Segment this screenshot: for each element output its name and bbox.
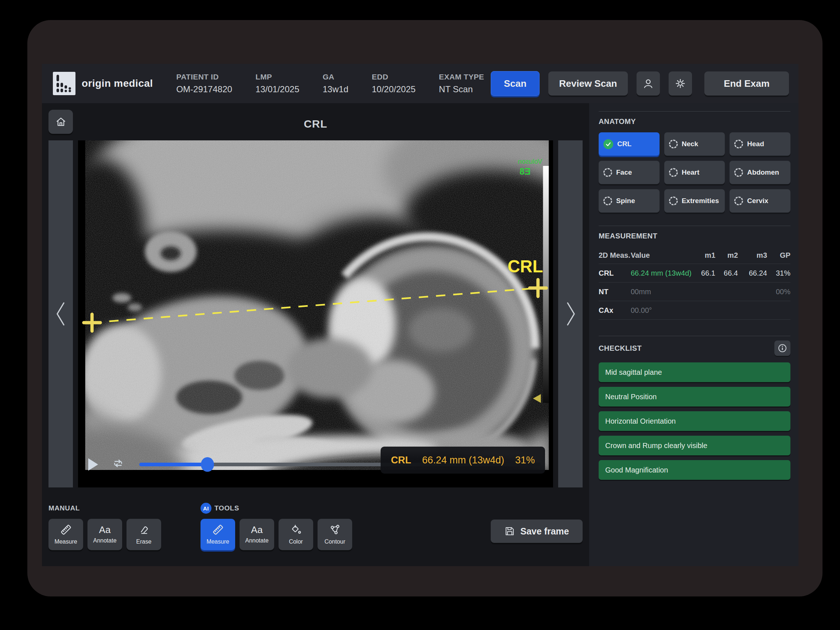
result-value: 66.24 mm (13w4d) bbox=[422, 455, 504, 466]
ai-measure-button[interactable]: Measure bbox=[201, 519, 235, 550]
manual-measure-button[interactable]: Measure bbox=[49, 519, 83, 550]
ga-label: GA bbox=[323, 73, 349, 81]
tool-label: Measure bbox=[206, 538, 229, 545]
checklist-item-horizontal-orientation[interactable]: Horizontal Orientation bbox=[598, 411, 790, 431]
crl-line-label: CRL bbox=[507, 257, 543, 276]
end-exam-button[interactable]: End Exam bbox=[704, 71, 789, 96]
anatomy-item-abdomen[interactable]: Abdomen bbox=[729, 161, 790, 184]
user-profile-button[interactable] bbox=[636, 71, 660, 96]
ultrasound-image[interactable]: Voluson E8 CRL bbox=[78, 141, 553, 488]
play-button[interactable] bbox=[88, 458, 98, 471]
ruler-icon bbox=[212, 524, 224, 535]
tool-label: Color bbox=[289, 538, 303, 545]
viewport-topbar: CRL bbox=[42, 103, 589, 141]
col-gp: GP bbox=[767, 251, 790, 260]
paint-bucket-icon bbox=[290, 524, 302, 535]
measurement-section-title: MEASUREMENT bbox=[598, 232, 790, 240]
next-frame-strip[interactable] bbox=[558, 141, 583, 488]
manual-tools-group: MANUAL Measure Aa Annotate bbox=[49, 503, 161, 550]
measurement-overlay: Voluson E8 CRL bbox=[78, 141, 553, 488]
tool-label: Measure bbox=[54, 538, 77, 545]
review-scan-button[interactable]: Review Scan bbox=[548, 71, 628, 96]
anatomy-item-crl[interactable]: CRL bbox=[598, 133, 660, 156]
settings-button[interactable] bbox=[669, 71, 692, 96]
chevron-right-icon bbox=[564, 300, 578, 327]
lmp-value: 13/01/2025 bbox=[256, 84, 299, 95]
checklist-item-crown-rump-visible[interactable]: Crown and Rump clearly visible bbox=[598, 436, 790, 455]
anatomy-item-extremities[interactable]: Extremities bbox=[664, 189, 725, 213]
loop-icon bbox=[112, 458, 125, 469]
patient-id-value: OM-29174820 bbox=[176, 84, 232, 95]
crl-caliper-markers[interactable] bbox=[84, 279, 546, 331]
anatomy-item-cervix[interactable]: Cervix bbox=[729, 189, 790, 213]
scan-button[interactable]: Scan bbox=[491, 71, 540, 96]
manual-annotate-button[interactable]: Aa Annotate bbox=[87, 519, 122, 550]
header-actions: Scan Review Scan End Exam bbox=[491, 71, 789, 96]
save-icon bbox=[504, 526, 515, 537]
lmp-field: LMP 13/01/2025 bbox=[256, 73, 299, 95]
result-label: CRL bbox=[391, 455, 411, 466]
row-name: NT bbox=[598, 287, 631, 296]
patient-id-field: PATIENT ID OM-29174820 bbox=[176, 73, 232, 95]
previous-frame-strip[interactable] bbox=[49, 141, 73, 488]
col-m1: m1 bbox=[693, 251, 715, 260]
save-frame-button[interactable]: Save frame bbox=[491, 519, 583, 543]
anatomy-label: Face bbox=[616, 169, 632, 177]
svg-text:Voluson: Voluson bbox=[518, 158, 543, 165]
checklist-item-good-magnification[interactable]: Good Magnification bbox=[598, 460, 790, 480]
ai-annotate-button[interactable]: Aa Annotate bbox=[240, 519, 274, 550]
lmp-label: LMP bbox=[256, 73, 299, 81]
tools-bar: MANUAL Measure Aa Annotate bbox=[42, 488, 589, 550]
checklist-info-button[interactable] bbox=[774, 341, 790, 356]
checklist-item-mid-sagittal[interactable]: Mid sagittal plane bbox=[598, 362, 790, 382]
ai-color-button[interactable]: Color bbox=[278, 519, 313, 550]
sidebar: ANATOMY CRL Neck Head bbox=[589, 103, 799, 566]
edd-field: EDD 10/20/2025 bbox=[372, 73, 415, 95]
brand: origin medical bbox=[53, 72, 153, 95]
ai-badge: AI bbox=[201, 503, 212, 514]
checklist-section-title: CHECKLIST bbox=[598, 344, 642, 352]
user-icon bbox=[643, 77, 654, 89]
anatomy-grid: CRL Neck Head Face Heart bbox=[598, 133, 790, 213]
patient-info: PATIENT ID OM-29174820 LMP 13/01/2025 GA… bbox=[176, 73, 484, 95]
anatomy-item-spine[interactable]: Spine bbox=[598, 189, 660, 213]
main-panel: CRL bbox=[42, 103, 589, 566]
dashed-circle-icon bbox=[734, 168, 743, 177]
dashed-circle-icon bbox=[669, 196, 678, 205]
anatomy-item-neck[interactable]: Neck bbox=[664, 133, 725, 156]
manual-erase-button[interactable]: Erase bbox=[126, 519, 161, 550]
contour-icon bbox=[329, 524, 341, 535]
row-m1: 66.1 bbox=[693, 269, 715, 278]
tool-label: Contour bbox=[324, 538, 345, 545]
viewport-row: Voluson E8 CRL bbox=[42, 141, 589, 488]
gear-icon bbox=[674, 77, 686, 89]
ai-tools-group: AI TOOLS Measure Aa A bbox=[201, 503, 352, 550]
anatomy-label: Spine bbox=[616, 197, 635, 205]
ai-contour-button[interactable]: Contour bbox=[317, 519, 352, 550]
section-divider bbox=[598, 336, 790, 336]
checklist-item-neutral-position[interactable]: Neutral Position bbox=[598, 387, 790, 406]
result-percentile: 31% bbox=[515, 455, 535, 466]
anatomy-item-head[interactable]: Head bbox=[729, 133, 790, 156]
check-circle-icon bbox=[603, 139, 613, 149]
anatomy-item-face[interactable]: Face bbox=[598, 161, 660, 184]
checklist-section: CHECKLIST Mid sagittal plane Neutral Pos… bbox=[598, 336, 790, 480]
anatomy-label: CRL bbox=[617, 140, 632, 148]
loop-button[interactable] bbox=[112, 458, 125, 471]
dashed-circle-icon bbox=[734, 196, 743, 205]
col-2d-meas: 2D Meas. bbox=[598, 251, 631, 260]
anatomy-label: Cervix bbox=[747, 197, 768, 205]
patient-id-label: PATIENT ID bbox=[176, 73, 232, 81]
measurement-section: MEASUREMENT 2D Meas. Value m1 m2 m3 GP C… bbox=[598, 226, 790, 320]
grayscale-bar bbox=[543, 166, 549, 403]
ga-value: 13w1d bbox=[323, 84, 349, 95]
crl-measurement-line[interactable] bbox=[92, 288, 538, 323]
info-icon bbox=[778, 343, 787, 353]
ruler-icon bbox=[60, 524, 72, 535]
measurement-row-cax: CAx 00.00° bbox=[598, 301, 790, 320]
anatomy-item-heart[interactable]: Heart bbox=[664, 161, 725, 184]
seekbar-thumb[interactable] bbox=[201, 457, 214, 472]
row-value: 00.00° bbox=[631, 306, 693, 315]
anatomy-label: Neck bbox=[682, 140, 698, 148]
row-value: 00mm bbox=[631, 287, 693, 296]
